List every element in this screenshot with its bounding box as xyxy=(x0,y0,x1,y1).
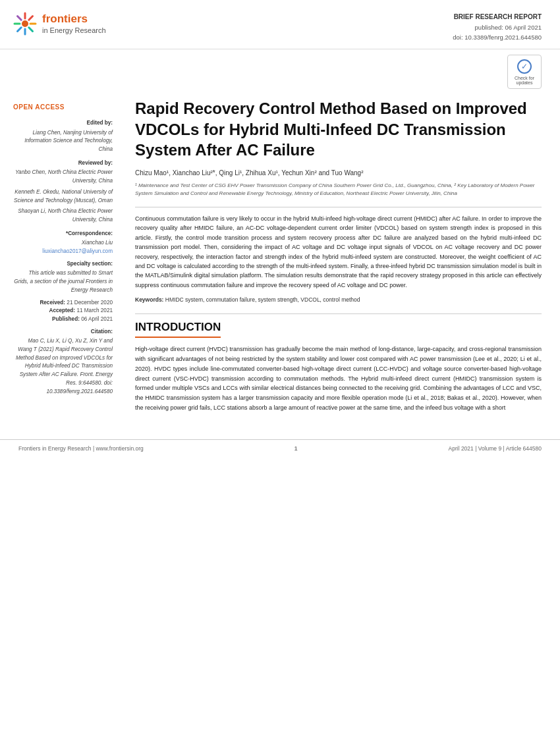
affiliation-1: ¹ Maintenance and Test Center of CSG EHV… xyxy=(135,182,453,188)
correspondence-email[interactable]: liuxianchao2017@aliyun.com xyxy=(13,248,113,256)
article-authors: Chizu Mao¹, Xianchao Liu²*, Qing Li¹, Zh… xyxy=(135,169,542,176)
keywords-line: Keywords: HMIDC system, commutation fail… xyxy=(135,296,542,303)
correspondence-name: Xianchao Liu xyxy=(13,239,113,248)
updates-badge-area: ✓ Check for updates xyxy=(0,49,560,92)
received-label: Received: xyxy=(40,300,65,306)
page-header: frontiers in Energy Research BRIEF RESEA… xyxy=(0,0,560,49)
keywords-text: HMIDC system, commutation failure, syste… xyxy=(165,296,360,303)
accepted-label: Accepted: xyxy=(49,308,76,313)
keywords-label: Keywords: xyxy=(135,296,163,303)
updates-badge[interactable]: ✓ Check for updates xyxy=(507,55,542,89)
logo-area: frontiers in Energy Research xyxy=(13,12,106,36)
report-type-label: BRIEF RESEARCH REPORT xyxy=(453,12,542,22)
published-sidebar-label: Published: xyxy=(52,316,80,322)
svg-point-0 xyxy=(22,20,28,27)
article-affiliations: ¹ Maintenance and Test Center of CSG EHV… xyxy=(135,182,542,198)
updates-label: Check for updates xyxy=(511,76,538,85)
correspondence-label: *Correspondence: xyxy=(13,230,113,238)
edited-by-label: Edited by: xyxy=(13,119,113,128)
doi-label: doi: 10.3389/fenrg.2021.644580 xyxy=(453,32,542,42)
svg-line-8 xyxy=(18,28,22,32)
specialty-label: Specialty section: xyxy=(13,260,113,269)
edited-by-content: Liang Chen, Nanjing University of Inform… xyxy=(13,129,113,154)
reviewed-by-3: Shaoyan Li, North China Electric Power U… xyxy=(13,207,113,224)
logo-frontiers-label: frontiers xyxy=(42,13,106,26)
specialty-text: This article was submitted to Smart Grid… xyxy=(13,269,113,294)
abstract-text: Continuous commutation failure is very l… xyxy=(135,214,542,290)
intro-paragraph: High-voltage direct current (HVDC) trans… xyxy=(135,344,542,413)
published-date-label: published: 06 April 2021 xyxy=(453,22,542,32)
open-access-label: OPEN ACCESS xyxy=(13,102,113,113)
main-content: OPEN ACCESS Edited by: Liang Chen, Nanji… xyxy=(0,92,560,426)
footer-page-number: 1 xyxy=(294,445,298,452)
citation-label: Citation: xyxy=(13,328,113,337)
reviewed-by-label: Reviewed by: xyxy=(13,159,113,168)
svg-line-6 xyxy=(29,28,33,32)
frontiers-logo-icon xyxy=(13,12,37,36)
accepted-date: 11 March 2021 xyxy=(76,308,113,313)
footer-left: Frontiers in Energy Research | www.front… xyxy=(18,445,144,452)
header-right-info: BRIEF RESEARCH REPORT published: 06 Apri… xyxy=(453,12,542,42)
section-divider-top xyxy=(135,207,542,207)
intro-heading: INTRODUCTION xyxy=(135,321,221,338)
section-divider-intro xyxy=(135,313,542,314)
received-date: 21 December 2020 xyxy=(67,300,113,306)
svg-line-7 xyxy=(29,16,33,20)
reviewed-by-2: Kenneth E. Okedu, National University of… xyxy=(13,188,113,205)
reviewed-by-1: Yanbo Chen, North China Electric Power U… xyxy=(13,169,113,185)
logo-sub-label: in Energy Research xyxy=(42,26,106,35)
citation-text: Mao C, Liu X, Li Q, Xu Z, Xin Y and Wang… xyxy=(13,337,113,396)
svg-line-5 xyxy=(18,16,22,20)
sidebar: OPEN ACCESS Edited by: Liang Chen, Nanji… xyxy=(0,92,122,426)
logo-text: frontiers in Energy Research xyxy=(42,13,106,35)
article-main: Rapid Recovery Control Method Based on I… xyxy=(122,92,560,426)
published-sidebar-date: 06 April 2021 xyxy=(81,316,113,322)
article-title: Rapid Recovery Control Method Based on I… xyxy=(135,98,542,160)
footer-right: April 2021 | Volume 9 | Article 644580 xyxy=(449,445,542,452)
page-footer: Frontiers in Energy Research | www.front… xyxy=(0,439,560,457)
check-circle-icon: ✓ xyxy=(517,59,532,74)
